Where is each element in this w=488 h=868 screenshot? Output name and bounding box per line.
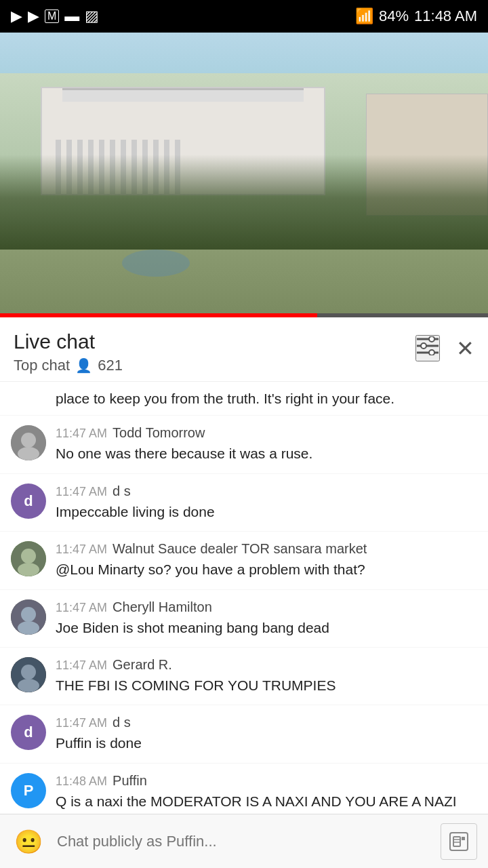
chat-header-right: ✕ <box>415 330 474 361</box>
message-time: 11:47 AM <box>56 542 107 557</box>
message-text: THE FBI IS COMING FOR YOU TRUMPIES <box>56 675 477 695</box>
message-text: Joe Biden is shot meaning bang bang dead <box>56 618 477 637</box>
avatar-image <box>11 599 46 635</box>
message-body: 11:47 AM d s Impeccable living is done <box>56 484 477 521</box>
svg-point-16 <box>21 665 36 679</box>
partial-message: place to keep you from the truth. It's r… <box>0 382 488 416</box>
send-icon <box>449 831 469 852</box>
avatar: d <box>11 484 46 519</box>
avatar-image <box>11 657 46 692</box>
message-meta: 11:47 AM Cheryll Hamilton <box>56 599 477 615</box>
svg-point-14 <box>18 621 39 635</box>
status-right: 📶 84% 11:48 AM <box>355 7 477 25</box>
message-meta: 11:48 AM Puffin <box>56 773 477 789</box>
message-time: 11:47 AM <box>56 716 107 730</box>
list-item: d 11:47 AM d s Impeccable living is done <box>0 474 488 532</box>
emoji-icon: 😐 <box>14 828 43 855</box>
avatar <box>11 425 46 460</box>
message-time: 11:47 AM <box>56 601 107 615</box>
message-time: 11:47 AM <box>56 427 107 441</box>
chat-input[interactable] <box>57 833 430 850</box>
close-button[interactable]: ✕ <box>456 336 474 361</box>
video-player[interactable] <box>0 33 488 317</box>
message-time: 11:47 AM <box>56 658 107 673</box>
partial-message-text: place to keep you from the truth. It's r… <box>56 391 394 406</box>
chat-subtitle: Top chat 👤 621 <box>14 357 123 374</box>
chat-input-bar: 😐 <box>0 814 488 868</box>
message-author: Walnut Sauce dealer TOR sansara market <box>113 541 367 557</box>
message-meta: 11:47 AM d s <box>56 484 477 499</box>
youtube-icon: ▶ <box>28 7 39 25</box>
list-item: P 11:48 AM Puffin Q is a naxi the MODERA… <box>0 764 488 821</box>
status-left: ▶ ▶ M ▬ ▨ <box>11 7 99 25</box>
list-item: d 11:47 AM d s Puffin is done <box>0 705 488 763</box>
message-meta: 11:47 AM Gerard R. <box>56 657 477 673</box>
svg-point-4 <box>421 343 426 349</box>
message-meta: 11:47 AM d s <box>56 715 477 730</box>
message-time: 11:48 AM <box>56 774 107 789</box>
svg-rect-22 <box>462 837 465 840</box>
image-icon: ▨ <box>85 7 99 25</box>
svg-point-13 <box>21 607 36 622</box>
svg-rect-18 <box>450 833 468 850</box>
list-item: 11:47 AM Todd Tomorrow No one was there … <box>0 416 488 473</box>
message-author: d s <box>113 484 131 499</box>
avatar-image <box>11 425 46 460</box>
list-item: 11:47 AM Walnut Sauce dealer TOR sansara… <box>0 532 488 589</box>
svg-point-5 <box>429 350 434 355</box>
message-text: Impeccable living is done <box>56 502 477 521</box>
message-text: @Lou Minarty so? you have a problem with… <box>56 559 477 579</box>
message-author: Cheryll Hamilton <box>113 599 212 615</box>
viewer-icon: 👤 <box>75 357 92 374</box>
message-author: d s <box>113 715 131 730</box>
message-body: 11:47 AM Todd Tomorrow No one was there … <box>56 425 477 463</box>
status-bar: ▶ ▶ M ▬ ▨ 📶 84% 11:48 AM <box>0 0 488 33</box>
folder-icon: ▬ <box>64 7 79 25</box>
message-meta: 11:47 AM Walnut Sauce dealer TOR sansara… <box>56 541 477 557</box>
list-item: 11:47 AM Cheryll Hamilton Joe Biden is s… <box>0 590 488 648</box>
svg-point-17 <box>18 679 39 692</box>
message-body: 11:47 AM Cheryll Hamilton Joe Biden is s… <box>56 599 477 637</box>
message-time: 11:47 AM <box>56 485 107 499</box>
svg-point-11 <box>18 563 39 576</box>
svg-rect-19 <box>453 837 460 846</box>
svg-point-3 <box>429 336 434 342</box>
message-body: 11:47 AM d s Puffin is done <box>56 715 477 753</box>
message-body: 11:48 AM Puffin Q is a naxi the MODERATO… <box>56 773 477 811</box>
top-chat-label: Top chat <box>14 357 70 374</box>
send-button[interactable] <box>441 823 477 860</box>
avatar: P <box>11 773 46 808</box>
video-progress-fill <box>0 313 317 317</box>
svg-point-7 <box>21 433 36 448</box>
video-progress-bar[interactable] <box>0 313 488 317</box>
svg-point-8 <box>18 447 39 460</box>
message-author: Puffin <box>113 773 147 789</box>
avatar <box>11 657 46 692</box>
m-icon: M <box>45 9 59 23</box>
message-body: 11:47 AM Walnut Sauce dealer TOR sansara… <box>56 541 477 579</box>
emoji-button[interactable]: 😐 <box>11 824 46 859</box>
wifi-icon: 📶 <box>355 7 373 25</box>
list-item: 11:47 AM Gerard R. THE FBI IS COMING FOR… <box>0 648 488 705</box>
viewer-count: 621 <box>98 357 123 374</box>
svg-point-10 <box>21 549 36 564</box>
avatar-image <box>11 541 46 576</box>
avatar <box>11 541 46 576</box>
message-text: No one was there because it was a ruse. <box>56 443 477 463</box>
message-text: Q is a naxi the MODERATOR IS A NAXI AND … <box>56 791 477 811</box>
chat-header: Live chat Top chat 👤 621 ✕ <box>0 317 488 382</box>
filter-icon <box>417 336 439 355</box>
message-meta: 11:47 AM Todd Tomorrow <box>56 425 477 441</box>
avatar: d <box>11 715 46 750</box>
message-author: Todd Tomorrow <box>113 425 205 441</box>
message-body: 11:47 AM Gerard R. THE FBI IS COMING FOR… <box>56 657 477 695</box>
battery-text: 84% <box>379 7 409 25</box>
message-text: Puffin is done <box>56 733 477 753</box>
chat-header-left: Live chat Top chat 👤 621 <box>14 330 123 374</box>
chat-messages-list: 11:47 AM Todd Tomorrow No one was there … <box>0 416 488 868</box>
message-author: Gerard R. <box>113 657 172 673</box>
time-text: 11:48 AM <box>414 7 477 25</box>
live-chat-title: Live chat <box>14 330 123 354</box>
play-icon: ▶ <box>11 7 22 25</box>
filter-button[interactable] <box>415 335 440 361</box>
